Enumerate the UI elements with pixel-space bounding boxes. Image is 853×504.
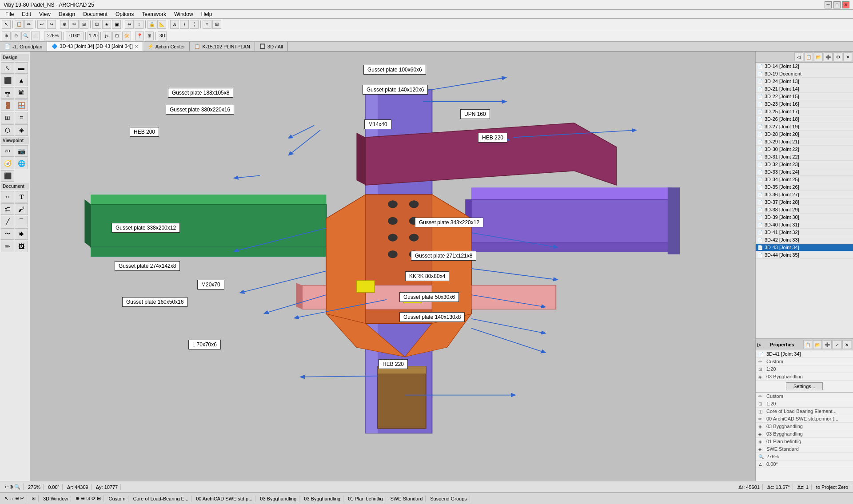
rp-item-3d25[interactable]: 📄 3D-25 [Joint 17]: [756, 108, 853, 115]
rp-item-3d31[interactable]: 📄 3D-31 [Joint 22]: [756, 153, 853, 161]
sb2-bygghandling2[interactable]: 03 Bygghandling: [301, 496, 343, 502]
tb2-btn2[interactable]: ⊖: [12, 32, 20, 40]
tb2-btn6[interactable]: ⊡: [112, 32, 121, 40]
tb2-btn5[interactable]: ▷: [103, 32, 112, 40]
toolbar-btn17[interactable]: ⟨: [190, 20, 199, 29]
rp-item-3d14[interactable]: 📄 3D-14 [Joint 12]: [756, 63, 853, 70]
props-btn2[interactable]: 📂: [813, 340, 822, 349]
lt-text[interactable]: 𝐓: [15, 191, 28, 202]
rp-item-3d30[interactable]: 📄 3D-30 [Joint 22]: [756, 146, 853, 153]
props-collapse-btn[interactable]: ▷: [757, 342, 761, 347]
lt-arc[interactable]: ⌒: [15, 216, 28, 227]
sb2-more-tools[interactable]: ⊕ ⊖ ⊡ ⟳ ⊞: [73, 495, 104, 502]
rp-item-3d40[interactable]: 📄 3D-40 [Joint 31]: [756, 221, 853, 229]
lt-door[interactable]: 🚪: [1, 99, 14, 111]
tb2-zoom[interactable]: 276%: [44, 32, 62, 40]
rp-item-3d35[interactable]: 📄 3D-35 [Joint 26]: [756, 183, 853, 191]
sb2-core[interactable]: Core of Load-Bearing E...: [130, 496, 191, 502]
status-zoom[interactable]: 276%: [25, 484, 44, 490]
tab-3dall[interactable]: 🔲 3D / All: [255, 42, 288, 51]
toolbar-btn14[interactable]: 📐: [157, 20, 166, 29]
toolbar-btn13[interactable]: 🔒: [147, 20, 156, 29]
tb2-angle[interactable]: 0.00°: [66, 32, 84, 40]
toolbar-btn19[interactable]: ⊞: [212, 20, 221, 29]
lt-globe[interactable]: 🌐: [15, 158, 28, 169]
toolbar-btn3[interactable]: ↩: [37, 20, 46, 29]
lt-roof[interactable]: ▲: [15, 75, 28, 86]
sb2-swe[interactable]: SWE Standard: [388, 496, 426, 502]
tb2-btn4[interactable]: ⬜: [31, 32, 40, 40]
lt-2d-3d-toggle[interactable]: 2D: [1, 145, 14, 157]
tb2-btn9[interactable]: ⊞: [145, 32, 154, 40]
maximize-button[interactable]: □: [833, 1, 841, 8]
rp-item-3d44[interactable]: 📄 3D-44 [Joint 35]: [756, 251, 853, 259]
settings-button[interactable]: Settings...: [786, 382, 823, 390]
menu-options[interactable]: Options: [112, 10, 137, 18]
lt-draw[interactable]: ✏: [1, 241, 14, 252]
rp-item-3d34[interactable]: 📄 3D-34 [Joint 25]: [756, 176, 853, 183]
sb2-bygghandling1[interactable]: 03 Bygghandling: [257, 496, 299, 502]
toolbar-btn8[interactable]: ⊡: [92, 20, 101, 29]
lt-fill[interactable]: 🖌: [15, 203, 28, 215]
lt-wall[interactable]: ▬: [15, 62, 28, 74]
lt-star[interactable]: ✱: [15, 228, 28, 240]
rp-item-3d43[interactable]: 📄 3D-43 [Joint 34]: [756, 244, 853, 251]
rp-item-3d37[interactable]: 📄 3D-37 [Joint 28]: [756, 198, 853, 206]
rp-item-3d26[interactable]: 📄 3D-26 [Joint 18]: [756, 115, 853, 123]
toolbar-btn12[interactable]: ↕: [135, 20, 143, 29]
lt-beam[interactable]: ╦: [1, 87, 14, 99]
rp-nav-btn4[interactable]: ➕: [824, 52, 833, 61]
lt-image[interactable]: 🖼: [15, 241, 28, 252]
props-btn4[interactable]: ↗: [833, 340, 841, 349]
menu-edit[interactable]: Edit: [18, 10, 35, 18]
sb2-tools[interactable]: ↖ ↔ ⊕ ✂: [2, 495, 27, 502]
props-btn3[interactable]: ➕: [823, 340, 832, 349]
lt-camera[interactable]: 📷: [15, 145, 28, 157]
rp-item-3d24[interactable]: 📄 3D-24 [Joint 13]: [756, 78, 853, 85]
tab-action[interactable]: ⚡ Action Center: [143, 42, 190, 51]
tab-joint34-close[interactable]: ✕: [135, 44, 138, 49]
rp-item-3d22[interactable]: 📄 3D-22 [Joint 15]: [756, 93, 853, 100]
rp-item-3d28[interactable]: 📄 3D-28 [Joint 20]: [756, 131, 853, 138]
sb2-3dwindow[interactable]: 3D Window: [40, 496, 71, 502]
tb2-btn3[interactable]: 🔍: [21, 32, 30, 40]
lt-label[interactable]: 🏷: [1, 203, 14, 215]
rp-item-3d29[interactable]: 📄 3D-29 [Joint 21]: [756, 138, 853, 146]
rp-item-3d39[interactable]: 📄 3D-39 [Joint 30]: [756, 214, 853, 221]
lt-dim[interactable]: ↔: [1, 191, 14, 202]
toolbar-btn6[interactable]: ✂: [70, 20, 79, 29]
toolbar-btn2[interactable]: ✏: [24, 20, 33, 29]
tb2-3d[interactable]: 3D: [158, 32, 167, 40]
rp-nav-btn2[interactable]: 📋: [804, 52, 813, 61]
menu-help[interactable]: Help: [198, 10, 216, 18]
sb2-archicad[interactable]: 00 ArchiCAD SWE std.p...: [193, 496, 255, 502]
toolbar-btn15[interactable]: 𝑨: [170, 20, 179, 29]
toolbar-btn18[interactable]: ≡: [203, 20, 211, 29]
menu-design[interactable]: Design: [55, 10, 79, 18]
tab-grundplan[interactable]: 📄 -1. Grundplan: [0, 42, 47, 51]
tb2-btn7[interactable]: 🔆: [122, 32, 131, 40]
lt-line[interactable]: ╱: [1, 216, 14, 227]
lt-navigate[interactable]: 🧭: [1, 158, 14, 169]
rp-item-3d33[interactable]: 📄 3D-33 [Joint 24]: [756, 168, 853, 176]
tb2-btn1[interactable]: ⊕: [2, 32, 11, 40]
lt-column[interactable]: 🏛: [15, 87, 28, 99]
sb2-custom[interactable]: Custom: [106, 496, 128, 502]
tb2-scale[interactable]: 1:20: [88, 32, 99, 40]
rp-nav-btn1[interactable]: ◁: [794, 52, 803, 61]
toolbar-btn5[interactable]: ⊕: [60, 20, 69, 29]
toolbar-btn10[interactable]: ▣: [112, 20, 121, 29]
props-btn1[interactable]: 📋: [803, 340, 812, 349]
lt-3dcut[interactable]: ⬛: [1, 170, 14, 182]
lt-spline[interactable]: 〜: [1, 228, 14, 240]
lt-window[interactable]: 🪟: [15, 99, 28, 111]
close-button[interactable]: ✕: [842, 1, 849, 8]
sb2-snap[interactable]: ⊡: [29, 495, 39, 502]
lt-grid[interactable]: ⊞: [1, 112, 14, 123]
tab-plintplan[interactable]: 📋 K-15.102 PLINTPLAN: [190, 42, 255, 51]
rp-item-3d41[interactable]: 📄 3D-41 [Joint 32]: [756, 229, 853, 236]
sb2-suspend[interactable]: Suspend Groups: [427, 496, 470, 502]
rp-close[interactable]: ✕: [843, 52, 852, 61]
lt-morph[interactable]: ◈: [15, 124, 28, 136]
minimize-button[interactable]: ─: [825, 1, 832, 8]
